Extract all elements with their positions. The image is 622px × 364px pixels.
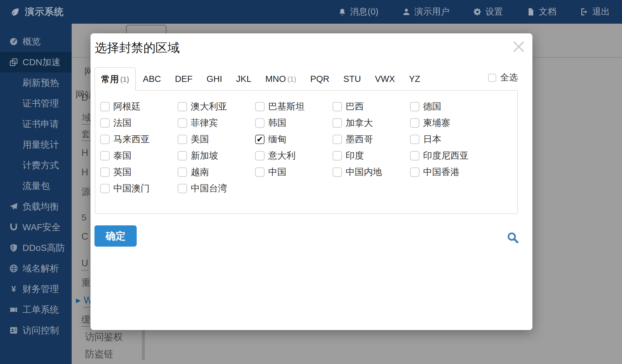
region-option[interactable]: 中国 bbox=[255, 166, 333, 178]
select-all-checkbox[interactable] bbox=[488, 74, 496, 82]
sidebar-item-dns[interactable]: 域名解析 bbox=[0, 258, 72, 279]
region-option[interactable]: 英国 bbox=[100, 166, 178, 178]
region-option[interactable]: 韩国 bbox=[255, 117, 333, 129]
region-option[interactable]: 印度尼西亚 bbox=[410, 150, 487, 162]
region-option[interactable]: ✔缅甸 bbox=[255, 133, 333, 146]
close-icon[interactable] bbox=[511, 39, 526, 54]
checkbox-unchecked[interactable] bbox=[333, 151, 342, 160]
checkbox-unchecked[interactable] bbox=[255, 151, 265, 160]
region-option[interactable]: 墨西哥 bbox=[333, 133, 410, 146]
brand-title: 演示系统 bbox=[25, 5, 64, 18]
checkbox-unchecked[interactable] bbox=[410, 102, 419, 111]
region-option[interactable]: 意大利 bbox=[255, 150, 333, 162]
region-option[interactable]: 法国 bbox=[100, 117, 178, 129]
sidebar-item-billing-mode[interactable]: 计费方式 bbox=[0, 155, 72, 176]
app-root: 演示系统 消息(0)演示用户设置文档退出 概览CDN加速刷新预热证书管理证书申请… bbox=[0, 0, 622, 364]
sidebar-item-usage-stats[interactable]: 用量统计 bbox=[0, 134, 72, 155]
topbar-item-docs[interactable]: 文档 bbox=[527, 6, 556, 18]
sidebar-item-label: 域名解析 bbox=[22, 262, 59, 275]
checkbox-unchecked[interactable] bbox=[100, 118, 110, 128]
region-option[interactable]: 菲律宾 bbox=[178, 117, 255, 129]
region-option[interactable]: 柬埔寨 bbox=[410, 117, 487, 129]
select-all-toggle[interactable]: 全选 bbox=[488, 72, 518, 84]
region-option[interactable]: 澳大利亚 bbox=[178, 100, 255, 113]
checkbox-unchecked[interactable] bbox=[100, 102, 110, 111]
check-mark-icon: ✔ bbox=[257, 135, 263, 143]
tab-jkl[interactable]: JKL bbox=[229, 67, 258, 91]
region-label: 新加坡 bbox=[191, 150, 218, 162]
sidebar-item-load-balance[interactable]: 负载均衡 bbox=[0, 196, 72, 217]
region-option[interactable]: 中国台湾 bbox=[178, 182, 255, 195]
checkbox-unchecked[interactable] bbox=[255, 118, 265, 128]
leaf-icon bbox=[10, 7, 20, 17]
sidebar-item-cdn[interactable]: CDN加速 bbox=[0, 52, 72, 72]
checkbox-unchecked[interactable] bbox=[410, 135, 419, 144]
region-option[interactable]: 巴西 bbox=[333, 100, 410, 113]
tab-common[interactable]: 常用(1) bbox=[94, 67, 136, 91]
region-label: 柬埔寨 bbox=[423, 117, 450, 129]
sidebar-item-tickets[interactable]: 工单系统 bbox=[0, 299, 72, 320]
region-option[interactable]: 中国澳门 bbox=[100, 182, 178, 195]
select-all-label: 全选 bbox=[500, 72, 518, 84]
topbar-item-user[interactable]: 演示用户 bbox=[402, 6, 449, 18]
sidebar-item-traffic-pack[interactable]: 流量包 bbox=[0, 176, 72, 196]
search-icon[interactable] bbox=[506, 231, 519, 244]
region-option[interactable]: 泰国 bbox=[100, 150, 178, 162]
region-option[interactable]: 越南 bbox=[178, 166, 255, 178]
checkbox-unchecked[interactable] bbox=[178, 167, 187, 177]
sidebar-item-cert-apply[interactable]: 证书申请 bbox=[0, 114, 72, 134]
checkbox-unchecked[interactable] bbox=[333, 135, 342, 144]
region-option[interactable]: 新加坡 bbox=[178, 150, 255, 162]
checkbox-unchecked[interactable] bbox=[100, 135, 110, 144]
region-option[interactable]: 德国 bbox=[410, 100, 487, 113]
tab-vwx[interactable]: VWX bbox=[368, 67, 402, 91]
checkbox-unchecked[interactable] bbox=[333, 102, 342, 111]
sidebar-item-ddos[interactable]: DDoS高防 bbox=[0, 238, 72, 258]
tab-count: (1) bbox=[287, 75, 296, 83]
checkbox-unchecked[interactable] bbox=[410, 151, 419, 160]
confirm-button[interactable]: 确定 bbox=[94, 225, 137, 247]
checkbox-unchecked[interactable] bbox=[100, 167, 110, 177]
checkbox-unchecked[interactable] bbox=[178, 118, 187, 128]
checkbox-unchecked[interactable] bbox=[410, 118, 419, 128]
checkbox-unchecked[interactable] bbox=[100, 184, 110, 193]
checkbox-checked[interactable]: ✔ bbox=[255, 135, 265, 144]
tab-pqr[interactable]: PQR bbox=[303, 67, 337, 91]
sidebar-item-access-control[interactable]: 访问控制 bbox=[0, 320, 72, 341]
region-option[interactable]: 日本 bbox=[410, 133, 487, 146]
tab-yz[interactable]: YZ bbox=[402, 67, 427, 91]
tab-label: STU bbox=[343, 74, 361, 84]
region-option[interactable]: 阿根廷 bbox=[100, 100, 178, 113]
region-label: 澳大利亚 bbox=[191, 100, 227, 113]
checkbox-unchecked[interactable] bbox=[178, 151, 187, 160]
region-option[interactable]: 美国 bbox=[178, 133, 255, 146]
sidebar-item-cert-manage[interactable]: 证书管理 bbox=[0, 93, 72, 114]
checkbox-unchecked[interactable] bbox=[178, 184, 187, 193]
checkbox-unchecked[interactable] bbox=[255, 167, 265, 177]
region-option[interactable]: 中国香港 bbox=[410, 166, 487, 178]
sidebar-item-refresh-preheat[interactable]: 刷新预热 bbox=[0, 72, 72, 93]
region-option[interactable]: 马来西亚 bbox=[100, 133, 178, 146]
topbar-item-logout[interactable]: 退出 bbox=[580, 6, 610, 18]
checkbox-unchecked[interactable] bbox=[178, 135, 187, 144]
checkbox-unchecked[interactable] bbox=[255, 102, 265, 111]
region-option[interactable]: 中国内地 bbox=[333, 166, 410, 178]
tab-abc[interactable]: ABC bbox=[136, 67, 168, 91]
sidebar-item-overview[interactable]: 概览 bbox=[0, 31, 72, 52]
checkbox-unchecked[interactable] bbox=[333, 118, 342, 128]
tab-def[interactable]: DEF bbox=[168, 67, 200, 91]
region-option[interactable]: 加拿大 bbox=[333, 117, 410, 129]
sidebar-item-waf[interactable]: WAF安全 bbox=[0, 217, 72, 238]
checkbox-unchecked[interactable] bbox=[100, 151, 110, 160]
sidebar-item-finance[interactable]: ¥财务管理 bbox=[0, 279, 72, 299]
tab-ghi[interactable]: GHI bbox=[200, 67, 229, 91]
topbar-item-messages[interactable]: 消息(0) bbox=[338, 6, 378, 18]
checkbox-unchecked[interactable] bbox=[178, 102, 187, 111]
region-option[interactable]: 印度 bbox=[333, 150, 410, 162]
topbar-item-settings[interactable]: 设置 bbox=[473, 6, 503, 18]
tab-mno[interactable]: MNO(1) bbox=[258, 67, 303, 91]
region-option[interactable]: 巴基斯坦 bbox=[255, 100, 333, 113]
checkbox-unchecked[interactable] bbox=[333, 167, 342, 177]
tab-stu[interactable]: STU bbox=[336, 67, 368, 91]
checkbox-unchecked[interactable] bbox=[410, 167, 419, 177]
